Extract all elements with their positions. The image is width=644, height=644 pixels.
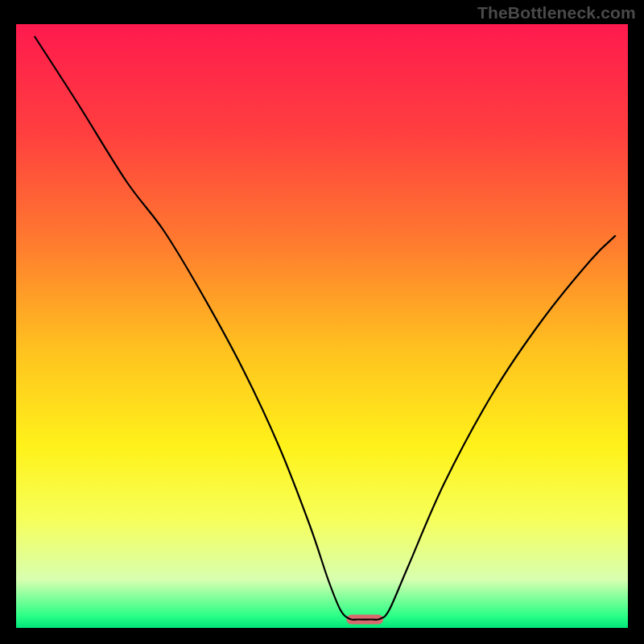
bottleneck-chart: [0, 0, 644, 644]
gradient-background: [16, 24, 628, 628]
chart-frame: TheBottleneck.com: [0, 0, 644, 644]
credit-text: TheBottleneck.com: [477, 3, 636, 23]
